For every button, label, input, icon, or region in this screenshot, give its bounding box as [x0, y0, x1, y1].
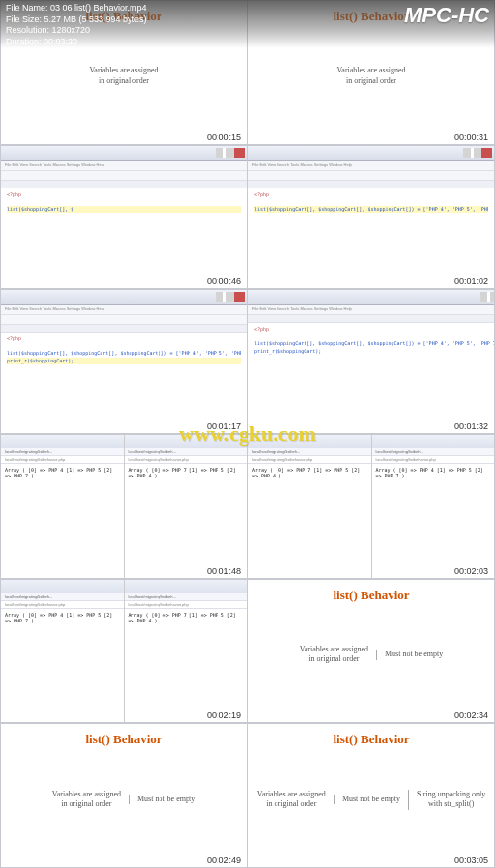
browser-output: Array ( [0] => PHP 7 [1] => PHP 5 [2] =>… — [125, 609, 248, 723]
address-bar: localhost/migrating/listbehavior.php — [372, 456, 495, 464]
browser-titlebar — [1, 435, 124, 448]
slide-point: String unpacking onlywith str_split() — [408, 790, 493, 810]
browser-tab: localhost/migrating/listbeh... — [125, 448, 248, 456]
window-titlebar — [248, 290, 495, 305]
window-titlebar — [248, 146, 494, 161]
code-area: <?php list($shoppingCart[], $shoppingCar… — [248, 323, 495, 433]
timestamp: 00:00:15 — [205, 132, 243, 142]
code-area: <?php list($shoppingCart[], $shoppingCar… — [1, 333, 247, 433]
browser-output: Array ( [0] => PHP 4 [1] => PHP 5 [2] =>… — [1, 609, 124, 723]
slide-point: Must not be empty — [129, 795, 203, 804]
code-area: <?php list($shoppingCart[], $shoppingCar… — [248, 188, 494, 289]
code-area: <?php list($shoppingCart[], $ — [1, 188, 247, 289]
thumbnail-6[interactable]: File Edit View Search Tools Macros Setti… — [248, 289, 495, 434]
thumbnail-5[interactable]: File Edit View Search Tools Macros Setti… — [0, 289, 248, 434]
browser-tab: localhost/migrating/listbeh... — [248, 448, 371, 456]
timestamp: 00:02:19 — [205, 710, 243, 720]
timestamp: 00:01:48 — [205, 566, 243, 576]
timestamp: 00:02:49 — [205, 855, 243, 865]
browser-titlebar — [1, 580, 124, 593]
slide-title: list() Behavior — [1, 732, 247, 747]
address-bar: localhost/migrating/listbehavior.php — [1, 601, 124, 609]
thumbnail-4[interactable]: File Edit View Search Tools Macros Setti… — [248, 145, 495, 290]
slide-point: Variables are assignedin original order — [292, 645, 376, 665]
file-size: 5.27 MB (5 533 994 bytes) — [44, 14, 147, 24]
timestamp: 00:02:03 — [452, 566, 490, 576]
editor-tab — [248, 181, 494, 188]
slide-point: Variables are assignedin original order — [44, 790, 129, 810]
slide-title: list() Behavior — [248, 732, 494, 747]
browser-titlebar — [372, 435, 495, 448]
address-bar: localhost/migrating/listbehavior.php — [248, 456, 371, 464]
timestamp: 00:01:02 — [452, 276, 490, 286]
editor-menubar: File Edit View Search Tools Macros Setti… — [1, 305, 247, 315]
thumbnail-7[interactable]: localhost/migrating/listbeh... localhost… — [0, 434, 248, 579]
timestamp: 00:01:32 — [452, 421, 490, 431]
editor-tab — [1, 181, 247, 188]
browser-output: Array ( [0] => PHP 4 [1] => PHP 5 [2] =>… — [1, 464, 124, 578]
media-info-overlay: File Name: 03 06 list() Behavior.mp4 Fil… — [0, 0, 495, 48]
editor-toolbar — [1, 315, 247, 325]
editor-toolbar — [248, 171, 494, 181]
thumbnail-11[interactable]: list() Behavior Variables are assignedin… — [0, 723, 248, 868]
browser-output: Array ( [0] => PHP 4 [1] => PHP 5 [2] =>… — [372, 464, 495, 578]
slide-point: Variables are assignedin original order — [249, 790, 334, 810]
timestamp: 00:03:05 — [452, 855, 490, 865]
slide-point: Variables are assignedin original order — [81, 66, 165, 86]
thumbnail-10[interactable]: list() Behavior Variables are assignedin… — [248, 579, 495, 724]
duration: 00:03:20 — [44, 37, 77, 46]
thumbnail-8[interactable]: localhost/migrating/listbeh... localhost… — [248, 434, 495, 579]
browser-titlebar — [125, 580, 248, 593]
editor-toolbar — [1, 171, 247, 181]
editor-tab — [1, 325, 247, 333]
file-name: 03 06 list() Behavior.mp4 — [50, 3, 147, 13]
slide-point: Variables are assignedin original order — [329, 66, 413, 86]
editor-menubar: File Edit View Search Tools Macros Setti… — [248, 161, 494, 171]
resolution: 1280x720 — [52, 25, 91, 35]
timestamp: 00:02:34 — [452, 710, 490, 720]
slide-point: Must not be empty — [376, 650, 451, 659]
browser-tab: localhost/migrating/listbeh... — [125, 593, 248, 601]
window-titlebar — [1, 290, 247, 305]
browser-tab: localhost/migrating/listbeh... — [1, 448, 124, 456]
window-titlebar — [1, 146, 247, 161]
slide-title: list() Behavior — [248, 588, 494, 603]
browser-output: Array ( [0] => PHP 7 [1] => PHP 5 [2] =>… — [125, 464, 248, 578]
player-logo: MPC-HC — [404, 2, 489, 30]
address-bar: localhost/migrating/listbehavior.php — [125, 456, 248, 464]
slide-point: Must not be empty — [334, 795, 408, 804]
browser-tab: localhost/migrating/listbeh... — [372, 448, 495, 456]
timestamp: 00:00:46 — [205, 276, 243, 286]
watermark-text: www.cgku.com — [179, 421, 316, 447]
browser-tab: localhost/migrating/listbeh... — [1, 593, 124, 601]
thumbnail-12[interactable]: list() Behavior Variables are assignedin… — [248, 723, 495, 868]
browser-output: Array ( [0] => PHP 7 [1] => PHP 5 [2] =>… — [248, 464, 371, 578]
editor-menubar: File Edit View Search Tools Macros Setti… — [1, 161, 247, 171]
address-bar: localhost/migrating/listbehavior.php — [125, 601, 248, 609]
address-bar: localhost/migrating/listbehavior.php — [1, 456, 124, 464]
timestamp: 00:00:31 — [452, 132, 490, 142]
thumbnail-9[interactable]: localhost/migrating/listbeh... localhost… — [0, 579, 248, 724]
thumbnail-3[interactable]: File Edit View Search Tools Macros Setti… — [0, 145, 248, 290]
